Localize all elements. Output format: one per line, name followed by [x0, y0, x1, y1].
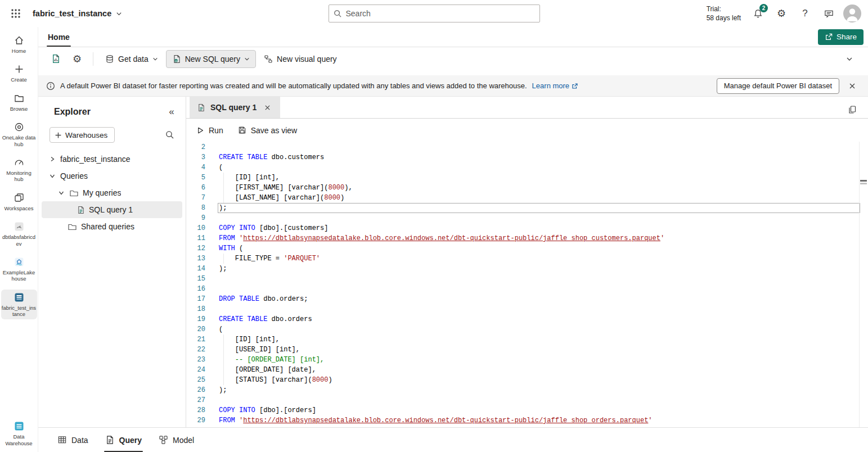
line-number: 4 [186, 162, 205, 173]
code-line-23[interactable]: 23 -- [ORDER_DATE] [int], [186, 355, 868, 365]
code-line-19[interactable]: 19CREATE TABLE dbo.orders [186, 314, 868, 324]
nav-item-dbtlabsfabricdev[interactable]: dbtlabsfabricdev [1, 219, 37, 249]
sql-editor[interactable]: 23CREATE TABLE dbo.customers4(5 [ID] [in… [186, 142, 868, 427]
code-line-22[interactable]: 22 [USER_ID] [int], [186, 345, 868, 355]
view-tab-data[interactable]: Data [53, 428, 93, 452]
code-line-16[interactable]: 16 [186, 284, 868, 294]
duplicate-tab-button[interactable] [843, 101, 861, 119]
collapse-explorer-button[interactable]: « [164, 105, 179, 119]
code-line-21[interactable]: 21 [ID] [int], [186, 335, 868, 345]
code-line-5[interactable]: 5 [ID] [int], [186, 173, 868, 183]
search-box[interactable] [329, 4, 540, 22]
chevron-down-icon [846, 56, 853, 62]
code-line-26[interactable]: 26); [186, 385, 868, 395]
monitoring-icon [14, 157, 25, 168]
warehouse-settings-button[interactable]: ⚙ [68, 50, 87, 68]
query-icon [105, 435, 115, 445]
new-sql-query-button[interactable]: New SQL query [166, 50, 256, 68]
code-line-18[interactable]: 18 [186, 304, 868, 314]
nav-item-examplelakehouse[interactable]: ExampleLakehouse [1, 254, 37, 284]
nav-item-data-warehouse[interactable]: Data Warehouse [1, 418, 37, 449]
nav-item-workspaces[interactable]: Workspaces [1, 190, 37, 214]
code-line-12[interactable]: 12WITH ( [186, 243, 868, 254]
chevron-right-icon[interactable] [48, 156, 56, 162]
code-line-10[interactable]: 10COPY INTO [dbo].[customers] [186, 223, 868, 233]
code-text: DROP TABLE dbo.orders; [205, 294, 308, 304]
code-text: [STATUS] [varchar](8000) [205, 375, 332, 385]
code-line-3[interactable]: 3CREATE TABLE dbo.customers [186, 152, 868, 162]
code-line-7[interactable]: 7 [LAST_NAME] [varchar](8000) [186, 193, 868, 203]
close-tab-button[interactable] [262, 102, 273, 113]
workspace-switcher[interactable]: fabric_test_instance [33, 9, 122, 18]
code-line-29[interactable]: 29FROM 'https://dbtlabsynapsedatalake.bl… [186, 415, 868, 426]
folder-icon [68, 222, 77, 232]
code-text: CREATE TABLE dbo.orders [205, 314, 312, 324]
tree-item-sql-query-1[interactable]: SQL query 1 [42, 201, 182, 218]
help-button[interactable]: ? [796, 4, 814, 22]
code-lines: 23CREATE TABLE dbo.customers4(5 [ID] [in… [186, 142, 868, 426]
learn-more-link[interactable]: Learn more [532, 82, 578, 90]
share-button[interactable]: Share [818, 29, 863, 45]
banner-close-button[interactable] [844, 78, 860, 94]
new-report-button[interactable] [46, 50, 65, 68]
chevron-down-icon[interactable] [48, 173, 56, 179]
code-text: COPY INTO [dbo].[customers] [205, 223, 328, 233]
code-line-27[interactable]: 27 [186, 395, 868, 405]
code-line-25[interactable]: 25 [STATUS] [varchar](8000) [186, 375, 868, 385]
explorer-search-button[interactable] [161, 126, 179, 144]
code-text [205, 304, 219, 314]
browse-icon [14, 93, 25, 104]
add-warehouses-button[interactable]: Warehouses [50, 127, 115, 143]
avatar[interactable] [843, 4, 861, 22]
code-line-2[interactable]: 2 [186, 142, 868, 152]
feedback-icon [824, 8, 834, 19]
banner-message: A default Power BI dataset for faster re… [60, 82, 527, 90]
tab-home[interactable]: Home [47, 27, 71, 47]
tab-sql-query-1[interactable]: SQL query 1 [190, 97, 280, 118]
info-icon [46, 82, 55, 91]
explorer-tree: fabric_test_instance Queries My queries [38, 147, 186, 235]
tree-item-fabric-test-instance[interactable]: fabric_test_instance [42, 151, 182, 168]
code-line-24[interactable]: 24 [ORDER_DATE] [date], [186, 365, 868, 375]
get-data-button[interactable]: Get data [100, 50, 164, 68]
code-text: [ID] [int], [205, 173, 280, 183]
code-line-11[interactable]: 11FROM 'https://dbtlabsynapsedatalake.bl… [186, 233, 868, 243]
nav-item-fabric-test-instance[interactable]: fabric_test_instance [1, 290, 37, 320]
code-line-28[interactable]: 28COPY INTO [dbo].[orders] [186, 405, 868, 415]
search-icon [334, 10, 342, 18]
nav-item-onelake-data-hub[interactable]: OneLake data hub [1, 119, 37, 150]
nav-item-home[interactable]: Home [1, 33, 37, 56]
app-launcher-button[interactable] [7, 4, 25, 22]
line-number: 20 [186, 324, 205, 335]
settings-button[interactable]: ⚙ [772, 4, 790, 22]
chevron-down-icon[interactable] [57, 189, 65, 196]
view-tab-model[interactable]: Model [154, 428, 199, 452]
code-line-4[interactable]: 4( [186, 162, 868, 173]
run-button[interactable]: Run [191, 122, 229, 139]
manage-dataset-button[interactable]: Manage default Power BI dataset [717, 78, 839, 94]
new-visual-query-button[interactable]: New visual query [258, 50, 343, 68]
onelake-icon [14, 121, 25, 133]
code-line-9[interactable]: 9 [186, 213, 868, 223]
search-input[interactable] [346, 9, 535, 18]
code-line-8[interactable]: 8); [186, 203, 868, 213]
code-line-20[interactable]: 20( [186, 324, 868, 335]
sql-file-icon [172, 55, 181, 64]
code-line-17[interactable]: 17DROP TABLE dbo.orders; [186, 294, 868, 304]
view-tab-query[interactable]: Query [101, 428, 146, 452]
feedback-button[interactable] [820, 4, 838, 22]
save-as-view-button[interactable]: Save as view [232, 122, 303, 139]
code-text [205, 142, 219, 152]
code-line-14[interactable]: 14); [186, 264, 868, 274]
nav-item-create[interactable]: Create [1, 61, 37, 85]
tree-item-queries[interactable]: Queries [42, 168, 182, 184]
nav-item-browse[interactable]: Browse [1, 91, 37, 114]
code-line-15[interactable]: 15 [186, 274, 868, 284]
plus-icon [55, 132, 62, 139]
collapse-ribbon-button[interactable] [840, 50, 859, 68]
code-line-13[interactable]: 13 FILE_TYPE = 'PARQUET' [186, 254, 868, 264]
tree-item-shared-queries[interactable]: Shared queries [42, 218, 182, 235]
tree-item-my-queries[interactable]: My queries [42, 184, 182, 201]
nav-item-monitoring-hub[interactable]: Monitoring hub [1, 155, 37, 185]
code-line-6[interactable]: 6 [FIRST_NAME] [varchar](8000), [186, 183, 868, 193]
